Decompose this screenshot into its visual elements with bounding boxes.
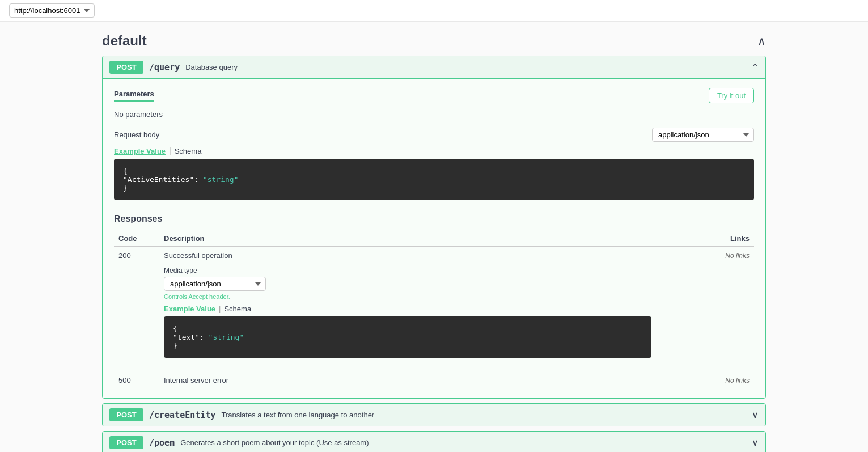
response-200-links: No links [725,252,750,260]
endpoint-query-body: Parameters Try it out No parameters Requ… [103,78,765,398]
col-header-description: Description [159,231,686,247]
endpoint-desc-create: Translates a text from one language to a… [221,411,752,419]
response-tab-schema[interactable]: Schema [224,305,251,313]
media-type-select[interactable]: application/json [652,128,754,142]
endpoint-path-create: /createEntity [149,410,215,420]
endpoint-query-header[interactable]: POST /query Database query ⌃ [103,56,765,78]
main-content: default ∧ POST /query Database query ⌃ P… [0,22,868,452]
tab-row: Parameters [114,90,154,102]
section-collapse-icon[interactable]: ∧ [757,34,766,48]
parameters-tab-row: Parameters Try it out [114,88,754,103]
method-badge-create: POST [109,408,143,421]
response-500-desc: Internal server error [164,376,228,385]
response-tab-example-value[interactable]: Example Value [164,305,215,313]
response-example-tabs: Example Value | Schema [164,305,681,313]
code-line-2: "ActiveEntities": "string" [123,175,745,184]
table-row-200: 200 Successful operation Media type appl… [114,247,754,372]
endpoint-chevron-create[interactable]: ∨ [752,409,759,420]
endpoint-poem-block: POST /poem Generates a short poem about … [102,431,766,452]
endpoint-create-header[interactable]: POST /createEntity Translates a text fro… [103,404,765,426]
endpoint-chevron-poem[interactable]: ∨ [752,437,759,448]
section-header: default ∧ [102,33,766,49]
section-title: default [102,33,147,49]
endpoint-path-poem: /poem [149,438,175,448]
endpoint-poem-header[interactable]: POST /poem Generates a short poem about … [103,432,765,452]
endpoint-create-block: POST /createEntity Translates a text fro… [102,403,766,426]
responses-header: Responses [114,209,754,224]
tab-schema[interactable]: Schema [175,147,202,155]
tab-example-value[interactable]: Example Value [114,147,166,155]
tab-parameters[interactable]: Parameters [114,90,154,102]
endpoint-query-block: POST /query Database query ⌃ Parameters … [102,56,766,399]
example-tabs: Example Value | Schema [114,146,754,155]
response-code-500: 500 [118,376,131,385]
responses-table: Code Description Links 200 Successful op… [114,231,754,389]
tab-sep: | [169,146,171,155]
code-line-3: } [123,184,745,192]
endpoint-chevron-query[interactable]: ⌃ [751,62,759,73]
response-500-links: No links [725,377,750,385]
code-line-1: { [123,167,745,175]
no-params-text: No parameters [114,110,754,119]
endpoint-desc-poem: Generates a short poem about your topic … [180,438,752,447]
response-media-type-select-200[interactable]: application/json [164,277,266,291]
resp-code-line-3: } [173,341,642,350]
resp-code-line-1: { [173,324,642,333]
response-tab-sep: | [219,305,221,313]
response-code-200: 200 [118,251,131,260]
request-code-block: { "ActiveEntities": "string" } [114,159,754,200]
try-it-out-button[interactable]: Try it out [709,88,754,103]
media-type-label-200: Media type [164,267,681,274]
endpoint-desc-query: Database query [185,63,751,71]
method-badge-query: POST [109,61,143,74]
col-header-code: Code [114,231,159,247]
response-200-desc: Successful operation [164,251,681,260]
table-row-500: 500 Internal server error No links [114,371,754,389]
col-header-links: Links [686,231,754,247]
server-select[interactable]: http://localhost:6001 [9,3,95,18]
request-body-label: Request body [114,130,159,139]
request-body-row: Request body application/json [114,128,754,142]
method-badge-poem: POST [109,436,143,449]
response-code-block-200: { "text": "string" } [164,316,651,358]
top-bar: http://localhost:6001 [0,0,868,22]
endpoint-path-query: /query [149,62,180,73]
controls-accept-text: Controls Accept header. [164,293,681,300]
resp-code-line-2: "text": "string" [173,333,642,341]
